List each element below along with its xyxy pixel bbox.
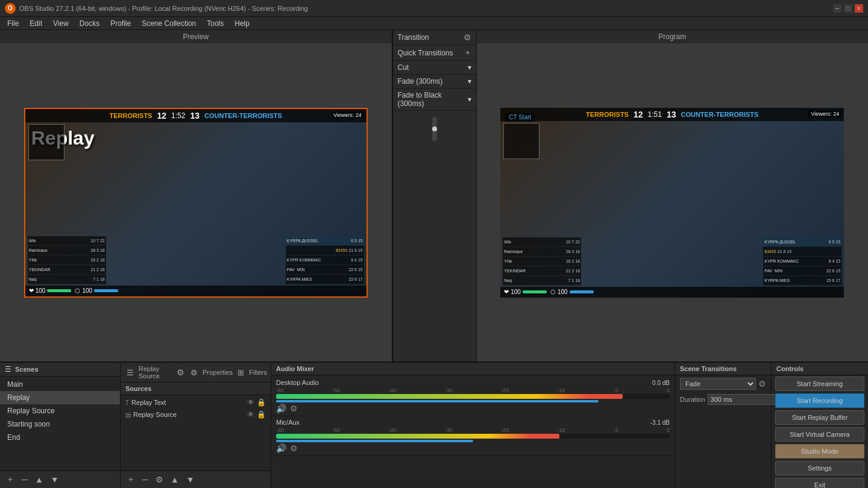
exit-button[interactable]: Exit (775, 478, 864, 488)
program-label: Program (477, 30, 869, 43)
scene-item-replay-source[interactable]: Replay Source (0, 404, 120, 418)
scene-transitions-header: Scene Transitions (675, 363, 771, 375)
st-gear-icon[interactable]: ⚙ (758, 379, 766, 389)
program-viewport: TERRORISTS 12 1:51 13 COUNTER-TERRORISTS… (477, 43, 869, 361)
desktop-mute-icon[interactable]: 🔊 (276, 404, 286, 413)
properties-icon[interactable]: ⚙ (188, 367, 200, 378)
preview-armor-val: 100 (82, 287, 92, 294)
controls-panel: Controls Start Streaming Start Recording… (772, 363, 868, 488)
scene-item-main[interactable]: Main (0, 378, 120, 391)
transition-slider-thumb[interactable] (432, 127, 437, 131)
scene-item-end[interactable]: End (0, 431, 120, 444)
ct-score-row-3: KYPR KOMMAKC8 4 15 (286, 255, 364, 265)
program-hud-bottom: ❤ 100 ⬡ 100 (500, 287, 844, 298)
program-panel: Program TERRORISTS 12 1:51 13 COUNTER-TE… (477, 30, 869, 361)
t-score-row-1: Wik10 7 22 (28, 236, 106, 246)
sources-up-button[interactable]: ▲ (168, 474, 181, 486)
scenes-add-button[interactable]: ＋ (4, 473, 17, 486)
start-replay-buffer-button[interactable]: Start Replay Buffer (775, 410, 864, 425)
preview-game-screen: TERRORISTS 12 1:52 13 COUNTER-TERRORISTS… (24, 108, 368, 298)
menu-view[interactable]: View (48, 18, 74, 29)
sources-settings-button[interactable]: ⚙ (153, 474, 166, 486)
mic-mute-icon[interactable]: 🔊 (276, 443, 286, 453)
program-armor-fill (570, 290, 594, 293)
fade-chevron-icon: ▾ (468, 77, 471, 86)
program-t-score: 12 (634, 110, 643, 119)
scenes-remove-button[interactable]: ─ (19, 474, 30, 486)
transition-slider[interactable] (432, 117, 437, 141)
desktop-meter-labels: -60-50-40-30-20-10-50 (276, 387, 670, 393)
preview-viewport[interactable]: TERRORISTS 12 1:52 13 COUNTER-TERRORISTS… (0, 43, 392, 361)
program-hud-top: TERRORISTS 12 1:51 13 COUNTER-TERRORISTS (500, 108, 844, 121)
menu-docks[interactable]: Docks (75, 18, 104, 29)
menu-edit[interactable]: Edit (25, 18, 47, 29)
quick-transitions-label: Quick Transitions (398, 49, 453, 57)
menu-profile[interactable]: Profile (105, 18, 136, 29)
cut-row[interactable]: Cut ▾ (393, 61, 476, 75)
sources-toolbar-title: Replay Source (139, 365, 173, 380)
program-hp: ❤ 100 (504, 289, 547, 295)
preview-armor: ⬡ 100 (75, 287, 118, 294)
menu-scene-collection[interactable]: Scene Collection (137, 18, 201, 29)
transition-settings-icon[interactable]: ⚙ (464, 33, 471, 42)
mic-meter-labels: -60-50-40-30-20-10-50 (276, 427, 670, 433)
menu-tools[interactable]: Tools (202, 18, 228, 29)
preview-ct-scores: KYRPA ДUSSEL6 5 15 $345021 8 15 KYPR KOM… (286, 236, 364, 284)
sources-down-button[interactable]: ▼ (184, 474, 197, 486)
program-time: 1:51 (648, 110, 662, 119)
scenes-up-button[interactable]: ▲ (33, 474, 46, 486)
source-item-replay-text[interactable]: T Replay Text 👁 🔒 (121, 396, 271, 408)
t-score-row-5: Naq7 1 18 (28, 275, 106, 284)
source-visibility-button[interactable]: 👁 (247, 398, 254, 407)
window-controls: ─ □ ✕ (833, 4, 863, 13)
fade-black-row[interactable]: Fade to Black (300ms) ▾ (393, 89, 476, 111)
preview-program-area: Preview TERRORISTS 12 1:52 13 COUNTER-TE… (0, 30, 868, 361)
source-type-source-icon: ▤ (125, 411, 131, 418)
filters-icon[interactable]: ⊞ (235, 367, 247, 378)
prog-ct-row-4: PAV_MIN22 6 15 (763, 266, 841, 276)
source-item-replay-source[interactable]: ▤ Replay Source 👁 🔒 (121, 408, 271, 421)
st-fade-row: Fade Cut Fade to Black ⚙ (675, 375, 771, 392)
t-score-row-2: Rainisque28 3 18 (28, 246, 106, 255)
scenes-panel: ☰ Scenes Main Replay Replay Source Start… (0, 363, 121, 488)
start-virtual-camera-button[interactable]: Start Virtual Camera (775, 427, 864, 442)
sources-add-button[interactable]: ＋ (124, 473, 137, 486)
minimize-button[interactable]: ─ (833, 4, 841, 13)
mic-audio-controls: 🔊 ⚙ (276, 443, 670, 453)
filters-label[interactable]: Filters (249, 369, 267, 376)
st-fade-select[interactable]: Fade Cut Fade to Black (680, 378, 756, 390)
cut-chevron-icon: ▾ (468, 63, 471, 72)
properties-label[interactable]: Properties (203, 369, 233, 376)
source-label-replay-text: Replay Text (131, 399, 166, 406)
source-type-text-icon: T (125, 399, 129, 406)
scenes-down-button[interactable]: ▼ (48, 474, 61, 486)
maximize-button[interactable]: □ (844, 4, 852, 13)
sources-remove-button[interactable]: ─ (140, 474, 151, 486)
source-visibility-button-2[interactable]: 👁 (247, 410, 254, 419)
menu-file[interactable]: File (2, 18, 24, 29)
quick-transitions-row[interactable]: Quick Transitions ＋ (393, 45, 476, 61)
bottom-panels: ☰ Scenes Main Replay Replay Source Start… (0, 361, 868, 488)
studio-mode-button[interactable]: Studio Mode (775, 444, 864, 458)
fade-row[interactable]: Fade (300ms) ▾ (393, 75, 476, 89)
sources-title: Sources (125, 385, 151, 392)
desktop-settings-icon[interactable]: ⚙ (290, 404, 298, 413)
main-content: Preview TERRORISTS 12 1:52 13 COUNTER-TE… (0, 30, 868, 488)
close-button[interactable]: ✕ (855, 4, 863, 13)
transition-slider-area[interactable] (393, 111, 476, 147)
mic-settings-icon[interactable]: ⚙ (290, 443, 298, 453)
ct-score-row-5: KYRPA MIES15 6 17 (286, 275, 364, 284)
program-ct-label: COUNTER-TERRORISTS (681, 111, 758, 118)
scene-item-starting-soon[interactable]: Starting soon (0, 418, 120, 431)
source-lock-button[interactable]: 🔒 (257, 398, 266, 407)
menubar: File Edit View Docks Profile Scene Colle… (0, 17, 868, 30)
start-streaming-button[interactable]: Start Streaming (775, 377, 864, 391)
scenes-bottom-bar: ＋ ─ ▲ ▼ (0, 471, 120, 488)
menu-help[interactable]: Help (230, 18, 254, 29)
settings-button[interactable]: Settings (775, 461, 864, 475)
start-recording-button[interactable]: Start Recording (775, 393, 864, 408)
obs-logo: O (5, 3, 16, 14)
sources-panel-header: Sources (121, 383, 271, 395)
scene-item-replay[interactable]: Replay (0, 391, 120, 404)
source-lock-button-2[interactable]: 🔒 (257, 410, 266, 419)
